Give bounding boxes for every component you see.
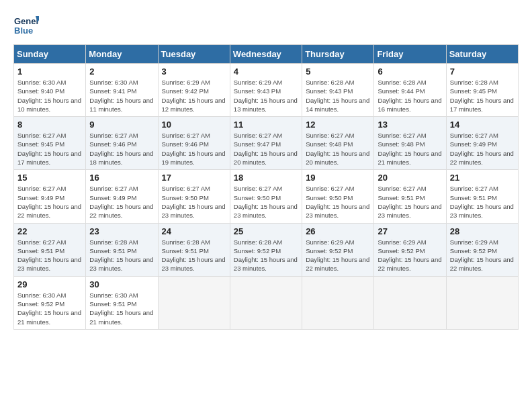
- day-info: Sunrise: 6:27 AMSunset: 9:50 PMDaylight:…: [162, 184, 226, 220]
- calendar-day-cell: 22Sunrise: 6:27 AMSunset: 9:51 PMDayligh…: [14, 223, 86, 276]
- calendar-week-row: 15Sunrise: 6:27 AMSunset: 9:49 PMDayligh…: [14, 170, 519, 223]
- calendar-day-cell: 16Sunrise: 6:27 AMSunset: 9:49 PMDayligh…: [86, 170, 158, 223]
- day-number: 3: [162, 66, 226, 77]
- day-number: 1: [17, 66, 82, 77]
- day-number: 20: [378, 173, 442, 183]
- calendar-empty-cell: [230, 276, 302, 329]
- calendar-day-cell: 1Sunrise: 6:30 AMSunset: 9:40 PMDaylight…: [14, 64, 86, 117]
- day-number: 7: [450, 66, 515, 77]
- calendar-day-cell: 26Sunrise: 6:29 AMSunset: 9:52 PMDayligh…: [302, 223, 374, 276]
- calendar-empty-cell: [158, 276, 230, 329]
- day-number: 17: [162, 173, 226, 183]
- logo: General Blue: [13, 13, 39, 39]
- day-info: Sunrise: 6:29 AMSunset: 9:52 PMDaylight:…: [450, 238, 515, 273]
- day-info: Sunrise: 6:27 AMSunset: 9:51 PMDaylight:…: [450, 184, 515, 220]
- day-info: Sunrise: 6:29 AMSunset: 9:43 PMDaylight:…: [234, 78, 298, 113]
- day-number: 24: [162, 226, 226, 236]
- weekday-header-tuesday: Tuesday: [158, 45, 230, 64]
- day-number: 27: [378, 226, 442, 236]
- day-number: 5: [306, 66, 370, 77]
- calendar-day-cell: 13Sunrise: 6:27 AMSunset: 9:48 PMDayligh…: [374, 117, 446, 170]
- day-number: 6: [378, 66, 442, 77]
- calendar-day-cell: 2Sunrise: 6:30 AMSunset: 9:41 PMDaylight…: [86, 64, 158, 117]
- calendar-day-cell: 12Sunrise: 6:27 AMSunset: 9:48 PMDayligh…: [302, 117, 374, 170]
- weekday-header-sunday: Sunday: [14, 45, 86, 64]
- day-number: 14: [450, 120, 515, 130]
- day-number: 16: [89, 173, 154, 183]
- day-number: 21: [450, 173, 515, 183]
- day-info: Sunrise: 6:27 AMSunset: 9:49 PMDaylight:…: [89, 184, 154, 220]
- calendar-empty-cell: [302, 276, 374, 329]
- day-info: Sunrise: 6:28 AMSunset: 9:51 PMDaylight:…: [162, 238, 226, 273]
- day-info: Sunrise: 6:30 AMSunset: 9:51 PMDaylight:…: [89, 291, 154, 326]
- day-number: 13: [378, 120, 442, 130]
- calendar-day-cell: 28Sunrise: 6:29 AMSunset: 9:52 PMDayligh…: [446, 223, 518, 276]
- calendar-day-cell: 8Sunrise: 6:27 AMSunset: 9:45 PMDaylight…: [14, 117, 86, 170]
- calendar-day-cell: 17Sunrise: 6:27 AMSunset: 9:50 PMDayligh…: [158, 170, 230, 223]
- day-info: Sunrise: 6:27 AMSunset: 9:51 PMDaylight:…: [378, 184, 442, 220]
- calendar-day-cell: 24Sunrise: 6:28 AMSunset: 9:51 PMDayligh…: [158, 223, 230, 276]
- day-info: Sunrise: 6:28 AMSunset: 9:44 PMDaylight:…: [378, 78, 442, 113]
- calendar-day-cell: 15Sunrise: 6:27 AMSunset: 9:49 PMDayligh…: [14, 170, 86, 223]
- day-number: 4: [234, 66, 298, 77]
- day-info: Sunrise: 6:30 AMSunset: 9:41 PMDaylight:…: [89, 78, 154, 113]
- calendar-day-cell: 19Sunrise: 6:27 AMSunset: 9:50 PMDayligh…: [302, 170, 374, 223]
- calendar-day-cell: 25Sunrise: 6:28 AMSunset: 9:52 PMDayligh…: [230, 223, 302, 276]
- day-number: 12: [306, 120, 370, 130]
- calendar-day-cell: 14Sunrise: 6:27 AMSunset: 9:49 PMDayligh…: [446, 117, 518, 170]
- calendar-day-cell: 6Sunrise: 6:28 AMSunset: 9:44 PMDaylight…: [374, 64, 446, 117]
- calendar-empty-cell: [446, 276, 518, 329]
- day-info: Sunrise: 6:30 AMSunset: 9:40 PMDaylight:…: [17, 78, 82, 113]
- day-info: Sunrise: 6:28 AMSunset: 9:51 PMDaylight:…: [89, 238, 154, 273]
- day-number: 26: [306, 226, 370, 236]
- svg-text:Blue: Blue: [14, 26, 33, 36]
- weekday-header-saturday: Saturday: [446, 45, 518, 64]
- page-header: General Blue: [13, 13, 519, 39]
- day-info: Sunrise: 6:27 AMSunset: 9:50 PMDaylight:…: [306, 184, 370, 220]
- day-info: Sunrise: 6:27 AMSunset: 9:46 PMDaylight:…: [162, 131, 226, 167]
- calendar-day-cell: 27Sunrise: 6:29 AMSunset: 9:52 PMDayligh…: [374, 223, 446, 276]
- day-number: 9: [89, 120, 154, 130]
- day-number: 18: [234, 173, 298, 183]
- day-info: Sunrise: 6:28 AMSunset: 9:43 PMDaylight:…: [306, 78, 370, 113]
- day-number: 25: [234, 226, 298, 236]
- calendar-day-cell: 21Sunrise: 6:27 AMSunset: 9:51 PMDayligh…: [446, 170, 518, 223]
- day-info: Sunrise: 6:30 AMSunset: 9:52 PMDaylight:…: [17, 291, 82, 326]
- day-info: Sunrise: 6:27 AMSunset: 9:49 PMDaylight:…: [17, 184, 82, 220]
- day-number: 19: [306, 173, 370, 183]
- day-number: 15: [17, 173, 82, 183]
- calendar-week-row: 22Sunrise: 6:27 AMSunset: 9:51 PMDayligh…: [14, 223, 519, 276]
- calendar-day-cell: 5Sunrise: 6:28 AMSunset: 9:43 PMDaylight…: [302, 64, 374, 117]
- day-info: Sunrise: 6:27 AMSunset: 9:49 PMDaylight:…: [450, 131, 515, 167]
- day-number: 23: [89, 226, 154, 236]
- calendar-day-cell: 18Sunrise: 6:27 AMSunset: 9:50 PMDayligh…: [230, 170, 302, 223]
- weekday-header-wednesday: Wednesday: [230, 45, 302, 64]
- day-info: Sunrise: 6:29 AMSunset: 9:52 PMDaylight:…: [378, 238, 442, 273]
- day-number: 28: [450, 226, 515, 236]
- calendar-table: SundayMondayTuesdayWednesdayThursdayFrid…: [13, 44, 519, 330]
- calendar-day-cell: 9Sunrise: 6:27 AMSunset: 9:46 PMDaylight…: [86, 117, 158, 170]
- weekday-header-friday: Friday: [374, 45, 446, 64]
- day-info: Sunrise: 6:27 AMSunset: 9:51 PMDaylight:…: [17, 238, 82, 273]
- calendar-day-cell: 23Sunrise: 6:28 AMSunset: 9:51 PMDayligh…: [86, 223, 158, 276]
- calendar-day-cell: 29Sunrise: 6:30 AMSunset: 9:52 PMDayligh…: [14, 276, 86, 329]
- calendar-day-cell: 3Sunrise: 6:29 AMSunset: 9:42 PMDaylight…: [158, 64, 230, 117]
- weekday-header-monday: Monday: [86, 45, 158, 64]
- calendar-day-cell: 30Sunrise: 6:30 AMSunset: 9:51 PMDayligh…: [86, 276, 158, 329]
- calendar-day-cell: 7Sunrise: 6:28 AMSunset: 9:45 PMDaylight…: [446, 64, 518, 117]
- calendar-header-row: SundayMondayTuesdayWednesdayThursdayFrid…: [14, 45, 519, 64]
- day-info: Sunrise: 6:27 AMSunset: 9:46 PMDaylight:…: [89, 131, 154, 167]
- day-number: 22: [17, 226, 82, 236]
- day-info: Sunrise: 6:27 AMSunset: 9:45 PMDaylight:…: [17, 131, 82, 167]
- day-info: Sunrise: 6:27 AMSunset: 9:48 PMDaylight:…: [306, 131, 370, 167]
- day-number: 30: [89, 279, 154, 289]
- day-number: 8: [17, 120, 82, 130]
- day-info: Sunrise: 6:27 AMSunset: 9:50 PMDaylight:…: [234, 184, 298, 220]
- calendar-day-cell: 20Sunrise: 6:27 AMSunset: 9:51 PMDayligh…: [374, 170, 446, 223]
- svg-text:General: General: [14, 16, 39, 26]
- calendar-week-row: 29Sunrise: 6:30 AMSunset: 9:52 PMDayligh…: [14, 276, 519, 329]
- day-number: 2: [89, 66, 154, 77]
- weekday-header-thursday: Thursday: [302, 45, 374, 64]
- calendar-day-cell: 10Sunrise: 6:27 AMSunset: 9:46 PMDayligh…: [158, 117, 230, 170]
- day-info: Sunrise: 6:28 AMSunset: 9:52 PMDaylight:…: [234, 238, 298, 273]
